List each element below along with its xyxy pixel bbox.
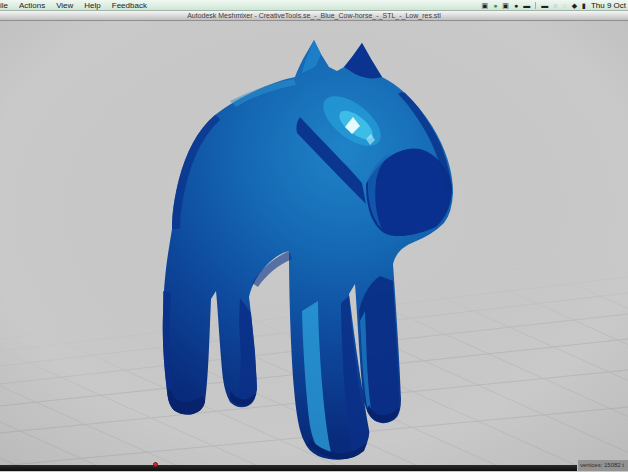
window-capture-icon[interactable]: ▣ [482, 0, 489, 11]
viewport-canvas[interactable] [0, 21, 628, 471]
notifications-icon[interactable]: ● [514, 0, 518, 11]
keyboard-icon[interactable]: ▬ [541, 0, 548, 11]
mesh-stats-label: vertices: 15082 t [577, 459, 628, 471]
window-title-bar[interactable]: Autodesk Meshmixer - CreativeTools.se_-_… [0, 11, 628, 21]
macos-menu-bar: File Actions View Help Feedback ▣ ● ▣ ● … [0, 0, 628, 11]
bluetooth-icon[interactable]: ◆ [572, 0, 577, 11]
menu-bar-clock[interactable]: Thu 9 Oct [591, 1, 626, 10]
viewport-bottom-bar [0, 465, 577, 471]
menu-file[interactable]: File [0, 1, 8, 10]
spotlight-icon[interactable]: ◌ [562, 0, 566, 11]
sync-status-icon[interactable]: ● [493, 0, 497, 11]
menu-view[interactable]: View [56, 1, 73, 10]
clock-icon[interactable]: ○ [553, 0, 557, 11]
window-title: Autodesk Meshmixer - CreativeTools.se_-_… [187, 12, 441, 19]
monitor-icon[interactable]: ▬ [523, 0, 530, 11]
menu-help[interactable]: Help [84, 1, 100, 10]
menu-actions[interactable]: Actions [19, 1, 45, 10]
menu-items: File Actions View Help Feedback [0, 1, 147, 10]
record-indicator-dot [153, 462, 158, 467]
battery-icon[interactable]: ▮ [582, 0, 586, 11]
menu-separator [535, 2, 536, 9]
menu-bar-status-area: ▣ ● ▣ ● ▬ ▬ ○ ◌ ◆ ▮ Thu 9 Oct [482, 0, 627, 11]
meshmixer-3d-viewport[interactable]: vertices: 15082 t [0, 21, 628, 471]
display-icon[interactable]: ▣ [502, 0, 509, 11]
menu-feedback[interactable]: Feedback [112, 1, 147, 10]
